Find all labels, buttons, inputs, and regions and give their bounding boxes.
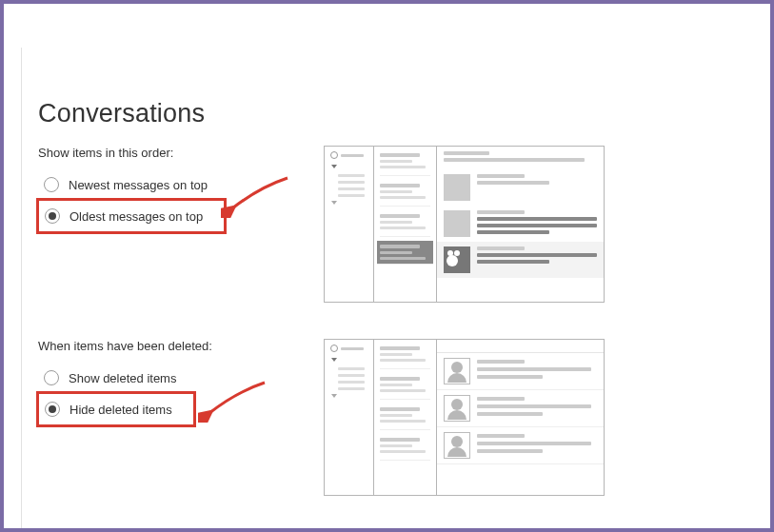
highlight-box: Oldest messages on top [36,198,227,234]
radio-label: Show deleted items [69,371,176,385]
radio-icon [45,402,60,417]
left-rule [21,48,22,528]
radio-icon [44,177,59,192]
avatar-icon [444,358,470,384]
order-option-oldest[interactable]: Oldest messages on top [39,203,203,229]
avatar-icon [444,395,470,422]
preview-list [374,147,437,302]
avatar-icon [444,432,470,459]
deleted-preview [324,339,605,496]
preview-list [374,340,437,495]
radio-label: Oldest messages on top [69,209,203,224]
deleted-option-hide[interactable]: Hide deleted items [39,396,172,423]
highlight-box: Hide deleted items [36,391,196,427]
preview-content [437,147,604,302]
order-label: Show items in this order: [38,146,324,160]
order-preview [324,146,605,303]
deleted-section: When items have been deleted: Show delet… [38,339,770,496]
preview-nav [325,340,374,495]
order-option-newest[interactable]: Newest messages on top [38,171,324,198]
radio-label: Newest messages on top [69,178,208,192]
page-title: Conversations [38,99,770,128]
preview-nav [325,147,374,302]
preview-content [437,340,604,495]
deleted-option-show[interactable]: Show deleted items [38,365,324,391]
order-section: Show items in this order: Newest message… [38,146,770,303]
radio-icon [44,370,59,385]
deleted-label: When items have been deleted: [38,339,324,353]
radio-icon [45,208,60,224]
radio-label: Hide deleted items [69,403,172,417]
